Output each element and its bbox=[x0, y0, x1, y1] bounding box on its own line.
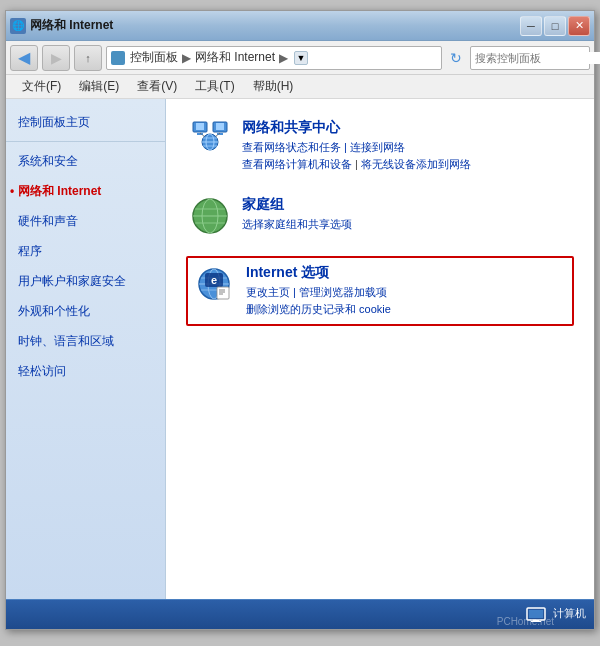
address-bar: 控制面板 ▶ 网络和 Internet ▶ ▼ bbox=[106, 46, 442, 70]
homegroup-section: 家庭组 选择家庭组和共享选项 bbox=[186, 192, 574, 240]
titlebar-controls: ─ □ ✕ bbox=[520, 16, 590, 36]
taskbar: PCHome.net 计算机 bbox=[6, 599, 594, 629]
internet-manage-addons-link[interactable]: 管理浏览器加载项 bbox=[299, 286, 387, 298]
network-sharing-desc: 查看网络计算机和设备 | 将无线设备添加到网络 bbox=[242, 157, 570, 172]
menu-help[interactable]: 帮助(H) bbox=[245, 76, 302, 97]
sidebar-divider-1 bbox=[6, 141, 165, 142]
menu-file[interactable]: 文件(F) bbox=[14, 76, 69, 97]
sidebar-item-user-accounts[interactable]: 用户帐户和家庭安全 bbox=[6, 266, 165, 296]
menubar: 文件(F) 编辑(E) 查看(V) 工具(T) 帮助(H) bbox=[6, 75, 594, 99]
sidebar-item-programs[interactable]: 程序 bbox=[6, 236, 165, 266]
svg-rect-1 bbox=[196, 123, 204, 130]
network-view-status-link[interactable]: 查看网络状态和任务 bbox=[242, 141, 341, 153]
main-window: 🌐 网络和 Internet ─ □ ✕ ◀ ▶ ↑ 控制面板 ▶ 网络和 In… bbox=[5, 10, 595, 630]
internet-options-title[interactable]: Internet 选项 bbox=[246, 264, 566, 282]
menu-edit[interactable]: 编辑(E) bbox=[71, 76, 127, 97]
sidebar-item-appearance[interactable]: 外观和个性化 bbox=[6, 296, 165, 326]
address-breadcrumb-network[interactable]: 网络和 Internet bbox=[195, 49, 275, 66]
sidebar: 控制面板主页 系统和安全 网络和 Internet 硬件和声音 程序 用户帐户和… bbox=[6, 99, 166, 599]
internet-options-links: 更改主页 | 管理浏览器加载项 bbox=[246, 285, 566, 300]
sidebar-item-clock[interactable]: 时钟、语言和区域 bbox=[6, 326, 165, 356]
network-sharing-section: 网络和共享中心 查看网络状态和任务 | 连接到网络 查看网络计算机和设备 | 将… bbox=[186, 115, 574, 176]
forward-button[interactable]: ▶ bbox=[42, 45, 70, 71]
homegroup-links: 选择家庭组和共享选项 bbox=[242, 217, 570, 232]
svg-rect-25 bbox=[217, 287, 229, 299]
internet-options-icon: e bbox=[194, 264, 234, 304]
refresh-button[interactable]: ↻ bbox=[446, 48, 466, 68]
back-button[interactable]: ◀ bbox=[10, 45, 38, 71]
homegroup-icon bbox=[190, 196, 230, 236]
address-segment-root: 控制面板 ▶ 网络和 Internet ▶ bbox=[111, 49, 290, 66]
watermark: PCHome.net bbox=[497, 616, 554, 627]
search-input[interactable] bbox=[475, 52, 600, 64]
titlebar-title: 网络和 Internet bbox=[30, 17, 113, 34]
network-sharing-icon bbox=[190, 119, 230, 159]
search-box: 🔍 bbox=[470, 46, 590, 70]
network-sharing-links: 查看网络状态和任务 | 连接到网络 bbox=[242, 140, 570, 155]
maximize-button[interactable]: □ bbox=[544, 16, 566, 36]
internet-options-text: Internet 选项 更改主页 | 管理浏览器加载项 删除浏览的历史记录和 c… bbox=[246, 264, 566, 317]
network-sharing-text: 网络和共享中心 查看网络状态和任务 | 连接到网络 查看网络计算机和设备 | 将… bbox=[242, 119, 570, 172]
network-connect-link[interactable]: 连接到网络 bbox=[350, 141, 405, 153]
titlebar: 🌐 网络和 Internet ─ □ ✕ bbox=[6, 11, 594, 41]
titlebar-icon: 🌐 bbox=[10, 18, 26, 34]
internet-options-section: e Internet 选项 更改主页 | 管理浏览器加载项 bbox=[186, 256, 574, 325]
internet-options-desc: 删除浏览的历史记录和 cookie bbox=[246, 302, 566, 317]
network-sharing-title[interactable]: 网络和共享中心 bbox=[242, 119, 570, 137]
main-panel: 网络和共享中心 查看网络状态和任务 | 连接到网络 查看网络计算机和设备 | 将… bbox=[166, 99, 594, 599]
sidebar-item-controlpanel[interactable]: 控制面板主页 bbox=[6, 107, 165, 137]
address-dropdown-btn[interactable]: ▼ bbox=[294, 51, 308, 65]
address-breadcrumb-controlpanel[interactable]: 控制面板 bbox=[130, 49, 178, 66]
minimize-button[interactable]: ─ bbox=[520, 16, 542, 36]
homegroup-title[interactable]: 家庭组 bbox=[242, 196, 570, 214]
svg-text:e: e bbox=[211, 274, 217, 286]
up-button[interactable]: ↑ bbox=[74, 45, 102, 71]
sidebar-item-system[interactable]: 系统和安全 bbox=[6, 146, 165, 176]
sidebar-item-ease[interactable]: 轻松访问 bbox=[6, 356, 165, 386]
internet-delete-history-link[interactable]: 删除浏览的历史记录和 cookie bbox=[246, 303, 391, 315]
close-button[interactable]: ✕ bbox=[568, 16, 590, 36]
homegroup-text: 家庭组 选择家庭组和共享选项 bbox=[242, 196, 570, 234]
network-view-computers-link[interactable]: 查看网络计算机和设备 bbox=[242, 158, 352, 170]
menu-tools[interactable]: 工具(T) bbox=[187, 76, 242, 97]
sidebar-item-hardware[interactable]: 硬件和声音 bbox=[6, 206, 165, 236]
network-add-wireless-link[interactable]: 将无线设备添加到网络 bbox=[361, 158, 471, 170]
menu-view[interactable]: 查看(V) bbox=[129, 76, 185, 97]
content-area: 控制面板主页 系统和安全 网络和 Internet 硬件和声音 程序 用户帐户和… bbox=[6, 99, 594, 599]
homegroup-choose-link[interactable]: 选择家庭组和共享选项 bbox=[242, 218, 352, 230]
internet-change-homepage-link[interactable]: 更改主页 bbox=[246, 286, 290, 298]
titlebar-left: 🌐 网络和 Internet bbox=[10, 17, 113, 34]
sidebar-item-network[interactable]: 网络和 Internet bbox=[6, 176, 165, 206]
navbar: ◀ ▶ ↑ 控制面板 ▶ 网络和 Internet ▶ ▼ ↻ 🔍 bbox=[6, 41, 594, 75]
svg-rect-4 bbox=[216, 123, 224, 130]
